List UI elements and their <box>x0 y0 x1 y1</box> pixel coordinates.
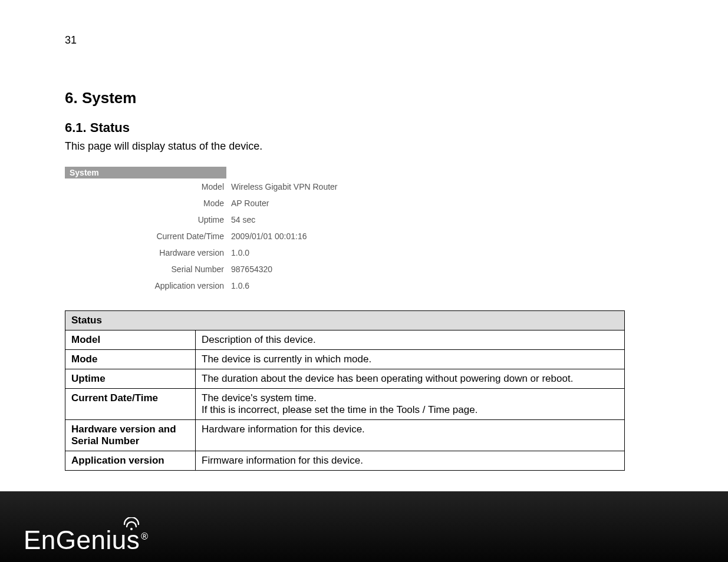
registered-mark: ® <box>141 531 148 541</box>
system-row-label: Mode <box>65 199 231 208</box>
table-desc: Hardware information for this device. <box>196 420 625 451</box>
status-description-table: Status Model Description of this device.… <box>65 310 625 471</box>
system-row-value: 987654320 <box>231 265 272 274</box>
system-row: Model Wireless Gigabit VPN Router <box>65 178 395 195</box>
table-row: Model Description of this device. <box>65 330 625 350</box>
system-row: Application version 1.0.6 <box>65 277 395 294</box>
table-term: Current Date/Time <box>65 389 196 420</box>
wifi-icon <box>123 517 140 530</box>
system-row-label: Serial Number <box>65 265 231 274</box>
table-row: Hardware version and Serial Number Hardw… <box>65 420 625 451</box>
brand-name: EnGenius® <box>24 525 149 555</box>
system-row-value: AP Router <box>231 199 269 208</box>
system-row-value: 54 sec <box>231 215 255 224</box>
table-term: Mode <box>65 350 196 369</box>
table-term: Hardware version and Serial Number <box>65 420 196 451</box>
system-row-label: Model <box>65 182 231 191</box>
svg-point-0 <box>130 528 133 530</box>
table-header: Status <box>65 311 625 330</box>
system-status-block: System Model Wireless Gigabit VPN Router… <box>65 167 395 294</box>
table-term: Model <box>65 330 196 350</box>
table-row: Mode The device is currently in which mo… <box>65 350 625 369</box>
intro-text: This page will display status of the dev… <box>65 140 625 153</box>
system-row-value: 1.0.0 <box>231 248 249 257</box>
system-row-value: Wireless Gigabit VPN Router <box>231 182 338 191</box>
system-row: Mode AP Router <box>65 195 395 211</box>
brand-logo: EnGenius® <box>24 525 149 555</box>
table-desc: Description of this device. <box>196 330 625 350</box>
table-desc: The device's system time.If this is inco… <box>196 389 625 420</box>
table-term: Application version <box>65 451 196 471</box>
document-page: 31 6. System 6.1. Status This page will … <box>0 0 728 562</box>
system-row: Hardware version 1.0.0 <box>65 244 395 261</box>
table-row: Current Date/Time The device's system ti… <box>65 389 625 420</box>
page-number: 31 <box>65 34 625 47</box>
table-desc: The duration about the device has been o… <box>196 369 625 389</box>
system-row-label: Application version <box>65 281 231 290</box>
table-desc: The device is currently in which mode. <box>196 350 625 369</box>
section-heading: 6. System <box>65 89 625 107</box>
system-row-label: Hardware version <box>65 248 231 257</box>
system-row-label: Uptime <box>65 215 231 224</box>
system-row-label: Current Date/Time <box>65 232 231 241</box>
system-row-value: 2009/01/01 00:01:16 <box>231 232 307 241</box>
system-row: Uptime 54 sec <box>65 211 395 228</box>
table-row: Application version Firmware information… <box>65 451 625 471</box>
system-block-header: System <box>65 167 226 178</box>
system-rows: Model Wireless Gigabit VPN Router Mode A… <box>65 178 395 294</box>
page-content: 31 6. System 6.1. Status This page will … <box>65 34 625 471</box>
table-desc: Firmware information for this device. <box>196 451 625 471</box>
subsection-heading: 6.1. Status <box>65 120 625 135</box>
system-row: Current Date/Time 2009/01/01 00:01:16 <box>65 228 395 244</box>
footer-bar: EnGenius® <box>0 491 728 562</box>
table-term: Uptime <box>65 369 196 389</box>
system-row: Serial Number 987654320 <box>65 261 395 277</box>
table-row: Uptime The duration about the device has… <box>65 369 625 389</box>
system-row-value: 1.0.6 <box>231 281 249 290</box>
